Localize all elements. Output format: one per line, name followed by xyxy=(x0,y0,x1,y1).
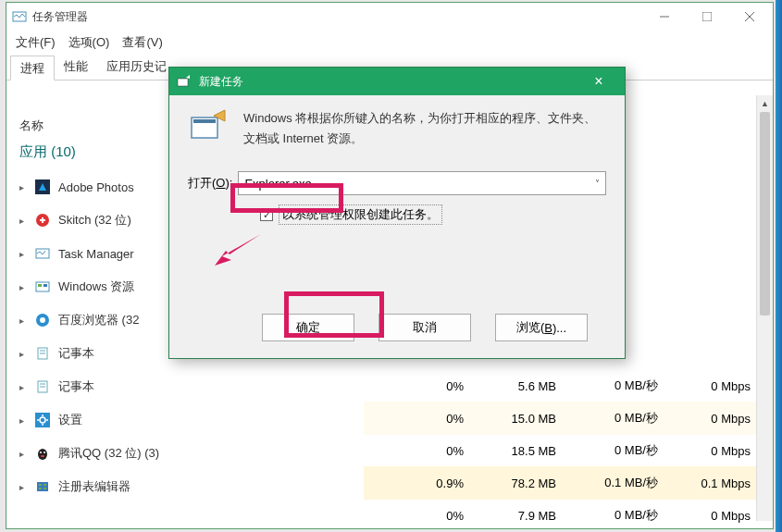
process-name: 记事本 xyxy=(58,378,94,395)
regedit-icon xyxy=(34,478,51,495)
run-dialog-icon xyxy=(177,74,192,89)
maximize-button[interactable] xyxy=(686,4,728,30)
table-row[interactable]: 0%7.9 MB0 MB/秒0 Mbps xyxy=(364,499,762,532)
svg-rect-0 xyxy=(13,12,26,21)
svg-rect-7 xyxy=(36,249,49,258)
svg-point-12 xyxy=(40,317,45,323)
skitch-icon xyxy=(34,212,51,229)
chevron-right-icon[interactable]: ▸ xyxy=(19,182,29,192)
svg-rect-32 xyxy=(193,119,216,123)
chevron-right-icon[interactable]: ▸ xyxy=(19,449,29,459)
process-row[interactable]: ▸记事本 xyxy=(6,370,261,403)
menubar: 文件(F) 选项(O) 查看(V) xyxy=(6,31,773,55)
tab-performance[interactable]: 性能 xyxy=(55,55,97,80)
desktop-edge xyxy=(776,0,782,532)
cancel-button[interactable]: 取消 xyxy=(379,314,471,341)
svg-rect-29 xyxy=(43,488,46,489)
menu-options[interactable]: 选项(O) xyxy=(68,34,110,51)
chevron-right-icon[interactable]: ▸ xyxy=(19,315,29,326)
app-icon xyxy=(12,9,27,24)
process-name: Windows 资源 xyxy=(58,278,134,295)
chevron-down-icon[interactable]: ˅ xyxy=(595,179,600,189)
svg-point-22 xyxy=(40,452,42,453)
minimize-button[interactable] xyxy=(643,4,686,30)
notepad-icon xyxy=(34,378,51,395)
browse-button[interactable]: 浏览(B)... xyxy=(495,314,588,341)
process-row[interactable]: ▸腾讯QQ (32 位) (3) xyxy=(6,437,261,470)
arrow-icon xyxy=(215,234,261,266)
chevron-right-icon[interactable]: ▸ xyxy=(19,282,29,292)
process-name: 记事本 xyxy=(58,345,94,362)
dialog-titlebar[interactable]: 新建任务 × xyxy=(169,68,625,95)
tab-processes[interactable]: 进程 xyxy=(10,56,55,80)
titlebar: 任务管理器 xyxy=(6,3,773,31)
chevron-right-icon[interactable]: ▸ xyxy=(19,249,29,259)
svg-rect-25 xyxy=(37,482,48,491)
svg-rect-26 xyxy=(39,484,42,486)
svg-rect-2 xyxy=(702,12,712,21)
tab-app-history[interactable]: 应用历史记 xyxy=(97,55,176,80)
vertical-scrollbar[interactable]: ▲ xyxy=(756,95,773,521)
svg-point-21 xyxy=(38,449,47,460)
menu-view[interactable]: 查看(V) xyxy=(122,34,162,51)
settings-icon xyxy=(34,412,51,428)
notepad-icon xyxy=(34,345,51,362)
process-name: Adobe Photos xyxy=(58,180,134,194)
open-combobox[interactable]: Explorer.exe ˅ xyxy=(238,171,606,195)
process-name: 百度浏览器 (32 xyxy=(58,312,139,328)
open-value: Explorer.exe xyxy=(244,177,311,191)
svg-point-23 xyxy=(43,452,45,453)
process-name: Skitch (32 位) xyxy=(58,212,131,229)
process-row[interactable]: ▸注册表编辑器 xyxy=(6,470,261,503)
ok-button[interactable]: 确定 xyxy=(262,314,354,341)
svg-rect-30 xyxy=(178,79,188,86)
process-name: 注册表编辑器 xyxy=(58,478,130,495)
table-row[interactable]: 0%18.5 MB0 MB/秒0 Mbps xyxy=(364,434,762,467)
process-name: 腾讯QQ (32 位) (3) xyxy=(58,445,159,462)
dialog-buttons: 确定 取消 浏览(B)... xyxy=(169,314,625,341)
windows-resource-icon xyxy=(34,278,51,295)
admin-checkbox-label[interactable]: 以系统管理权限创建此任务。 xyxy=(279,204,442,225)
dialog-close-button[interactable]: × xyxy=(580,68,617,94)
svg-rect-10 xyxy=(43,284,47,287)
window-title: 任务管理器 xyxy=(32,9,643,25)
chevron-right-icon[interactable]: ▸ xyxy=(19,216,29,226)
table-row[interactable]: 0%5.6 MB0 MB/秒0 Mbps xyxy=(364,369,762,402)
close-button[interactable] xyxy=(728,4,771,30)
scroll-thumb[interactable] xyxy=(760,112,770,315)
process-row[interactable]: ▸设置 xyxy=(6,403,261,437)
svg-point-24 xyxy=(41,455,44,457)
scroll-up-icon[interactable]: ▲ xyxy=(757,95,773,112)
baidu-browser-icon xyxy=(34,312,51,328)
chevron-right-icon[interactable]: ▸ xyxy=(19,382,29,392)
dialog-body: Windows 将根据你所键入的名称，为你打开相应的程序、文件夹、文档或 Int… xyxy=(169,95,625,225)
chevron-right-icon[interactable]: ▸ xyxy=(19,415,29,426)
chevron-right-icon[interactable]: ▸ xyxy=(19,349,29,359)
open-label: 打开(O): xyxy=(188,175,232,192)
task-manager-icon xyxy=(34,245,51,262)
svg-rect-9 xyxy=(38,284,42,287)
svg-rect-27 xyxy=(43,484,46,486)
adobe-icon xyxy=(34,179,51,195)
admin-checkbox[interactable]: ✓ xyxy=(260,208,273,221)
svg-rect-28 xyxy=(39,488,42,489)
run-large-icon xyxy=(188,108,229,145)
table-row[interactable]: 0%15.0 MB0 MB/秒0 Mbps xyxy=(364,402,762,435)
chevron-right-icon[interactable]: ▸ xyxy=(19,482,29,492)
dialog-title: 新建任务 xyxy=(199,74,243,90)
qq-icon xyxy=(34,445,51,462)
process-name: 设置 xyxy=(58,412,82,428)
process-name: Task Manager xyxy=(58,247,134,261)
menu-file[interactable]: 文件(F) xyxy=(16,34,56,51)
svg-marker-33 xyxy=(215,234,261,266)
table-row[interactable]: 0.9%78.2 MB0.1 MB/秒0.1 Mbps xyxy=(364,466,762,500)
run-dialog: 新建任务 × Windows 将根据你所键入的名称，为你打开相应的程序、文件夹、… xyxy=(168,67,626,359)
dialog-description: Windows 将根据你所键入的名称，为你打开相应的程序、文件夹、文档或 Int… xyxy=(243,108,606,149)
